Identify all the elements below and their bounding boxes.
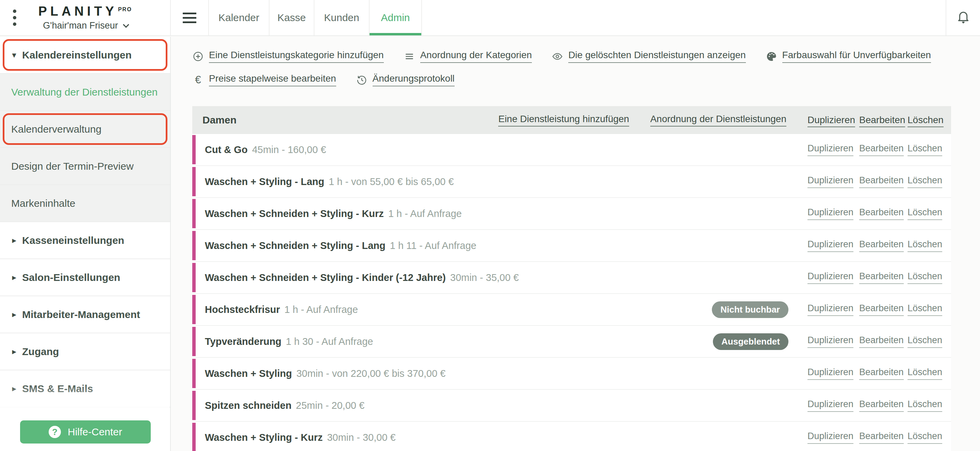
service-name: Waschen + Styling: [205, 368, 292, 379]
tab-kalender[interactable]: Kalender: [209, 0, 269, 35]
preise-stapelweise-bearbeiten-link[interactable]: €Preise stapelweise bearbeiten: [192, 73, 336, 86]
edit-row-link[interactable]: Bearbeiten: [859, 271, 904, 284]
duplicate-row-link[interactable]: Duplizieren: [808, 399, 853, 412]
eine-dienstleistungskategorie-hinzufügen-link[interactable]: Eine Dienstleistungskategorie hinzufügen: [192, 50, 384, 63]
sidebar-item-salon-einstellungen[interactable]: ▸Salon-Einstellungen: [0, 259, 170, 296]
tab-kasse[interactable]: Kasse: [269, 0, 314, 35]
duplicate-row-link[interactable]: Duplizieren: [808, 335, 853, 348]
delete-column-link[interactable]: Löschen: [907, 114, 943, 127]
delete-row-link[interactable]: Löschen: [907, 367, 942, 380]
delete-cell: Löschen: [907, 207, 947, 220]
die-gelöschten-dienstleistungen-anzeigen-link[interactable]: Die gelöschten Dienstleistungen anzeigen: [552, 50, 746, 63]
farbauswahl-für-unverfügbarkeiten-link[interactable]: Farbauswahl für Unverfügbarkeiten: [765, 50, 931, 63]
tab-kunden[interactable]: Kunden: [314, 0, 369, 35]
service-name: Waschen + Schneiden + Styling - Kinder (…: [205, 272, 446, 283]
service-name: Hochsteckfrisur: [205, 304, 280, 315]
table-row: Cut & Go45min - 160,00 €DuplizierenBearb…: [192, 134, 951, 166]
delete-row-link[interactable]: Löschen: [907, 239, 942, 252]
sidebar-item-label: Mitarbeiter-Management: [22, 309, 140, 321]
toolbar-link-label: Die gelöschten Dienstleistungen anzeigen: [568, 50, 746, 63]
edit-cell: Bearbeiten: [859, 175, 907, 188]
salon-switcher[interactable]: G'hair'man Friseur: [38, 21, 132, 31]
service-name: Waschen + Styling - Kurz: [205, 432, 323, 443]
sidebar-item-kasseneinstellungen[interactable]: ▸Kasseneinstellungen: [0, 222, 170, 259]
service-duration-price: 25min - 20,00 €: [296, 400, 365, 411]
edit-row-link[interactable]: Bearbeiten: [859, 175, 904, 188]
duplicate-row-link[interactable]: Duplizieren: [808, 431, 853, 444]
sidebar-item-verwaltung-der-dienstleistungen[interactable]: Verwaltung der Dienstleistungen: [0, 74, 170, 111]
row-actions: DuplizierenBearbeitenLöschen: [808, 399, 947, 412]
edit-column-link[interactable]: Bearbeiten: [859, 114, 905, 127]
category-color-bar: [192, 359, 196, 388]
sidebar-item-markeninhalte[interactable]: Markeninhalte: [0, 185, 170, 222]
delete-row-link[interactable]: Löschen: [907, 175, 942, 188]
duplicate-row-link[interactable]: Duplizieren: [808, 367, 853, 380]
toolbar-link-label: Eine Dienstleistungskategorie hinzufügen: [209, 50, 384, 63]
edit-row-link[interactable]: Bearbeiten: [859, 431, 904, 444]
duplicate-row-link[interactable]: Duplizieren: [808, 207, 853, 220]
delete-cell: Löschen: [907, 367, 947, 380]
sidebar-item-label: Kalenderverwaltung: [11, 124, 102, 135]
delete-row-link[interactable]: Löschen: [907, 143, 942, 156]
sidebar-item-kalenderverwaltung[interactable]: Kalenderverwaltung: [0, 111, 170, 148]
table-row: Waschen + Styling30min - von 220,00 € bi…: [192, 358, 951, 390]
edit-row-link[interactable]: Bearbeiten: [859, 399, 904, 412]
duplicate-row-link[interactable]: Duplizieren: [808, 239, 853, 252]
delete-row-link[interactable]: Löschen: [907, 335, 942, 348]
category-color-bar: [192, 167, 196, 196]
edit-row-link[interactable]: Bearbeiten: [859, 367, 904, 380]
delete-row-link[interactable]: Löschen: [907, 303, 942, 316]
sidebar-item-mitarbeiter-management[interactable]: ▸Mitarbeiter-Management: [0, 296, 170, 333]
sidebar-item-zugang[interactable]: ▸Zugang: [0, 333, 170, 370]
duplicate-column-link[interactable]: Duplizieren: [808, 114, 855, 127]
table-header-links: Eine Dienstleistung hinzufügen Anordnung…: [498, 114, 947, 127]
edit-row-link[interactable]: Bearbeiten: [859, 239, 904, 252]
service-duration-price: 1 h - Auf Anfrage: [388, 208, 462, 219]
help-center-button[interactable]: ? Hilfe-Center: [20, 421, 151, 443]
tab-label: Kalender: [218, 12, 259, 24]
toolbar-link-label: Farbauswahl für Unverfügbarkeiten: [782, 50, 931, 63]
tab-admin[interactable]: Admin: [369, 0, 422, 35]
plus-circle-icon: [192, 51, 204, 62]
brand-pro-tag: PRO: [118, 6, 132, 12]
delete-row-link[interactable]: Löschen: [907, 207, 942, 220]
duplicate-row-link[interactable]: Duplizieren: [808, 303, 853, 316]
topbar: PLANITYPRO G'hair'man Friseur KalenderKa…: [0, 0, 980, 36]
brand-name: PLANITYPRO: [38, 5, 132, 19]
euro-icon: €: [192, 74, 204, 86]
edit-cell: Bearbeiten: [859, 367, 907, 380]
table-row: Waschen + Schneiden + Styling - Kinder (…: [192, 262, 951, 294]
row-actions: DuplizierenBearbeitenLöschen: [808, 367, 947, 380]
order-services-link[interactable]: Anordnung der Dienstleistungen: [650, 114, 786, 127]
toolbar: Eine Dienstleistungskategorie hinzufügen…: [172, 37, 980, 86]
edit-row-link[interactable]: Bearbeiten: [859, 303, 904, 316]
service-name: Waschen + Schneiden + Styling - Kurz: [205, 208, 384, 219]
sidebar-item-label: Kalendereinstellungen: [22, 49, 132, 61]
delete-row-link[interactable]: Löschen: [907, 431, 942, 444]
add-service-link[interactable]: Eine Dienstleistung hinzufügen: [498, 114, 629, 127]
duplicate-row-link[interactable]: Duplizieren: [808, 175, 853, 188]
toolbar-link-label: Preise stapelweise bearbeiten: [209, 73, 336, 86]
edit-row-link[interactable]: Bearbeiten: [859, 335, 904, 348]
anordnung-der-kategorien-link[interactable]: Anordnung der Kategorien: [404, 50, 532, 63]
palette-icon: [765, 51, 777, 62]
category-color-bar: [192, 263, 196, 292]
edit-row-link[interactable]: Bearbeiten: [859, 207, 904, 220]
notifications-button[interactable]: [946, 0, 980, 35]
duplicate-row-link[interactable]: Duplizieren: [808, 143, 853, 156]
table-row: Hochsteckfrisur1 h - Auf AnfrageNicht bu…: [192, 294, 951, 326]
edit-row-link[interactable]: Bearbeiten: [859, 143, 904, 156]
duplicate-cell: Duplizieren: [808, 175, 859, 188]
sidebar-item-design-der-termin-preview[interactable]: Design der Termin-Preview: [0, 148, 170, 185]
sidebar-item-label: Zugang: [22, 346, 59, 357]
sidebar-item-kalendereinstellungen[interactable]: ▾Kalendereinstellungen: [0, 37, 170, 74]
kebab-menu-icon[interactable]: [13, 10, 16, 26]
duplicate-cell: Duplizieren: [808, 367, 859, 380]
service-name: Spitzen schneiden: [205, 400, 292, 411]
delete-row-link[interactable]: Löschen: [907, 399, 942, 412]
delete-row-link[interactable]: Löschen: [907, 271, 942, 284]
category-color-bar: [192, 391, 196, 420]
duplicate-row-link[interactable]: Duplizieren: [808, 271, 853, 284]
änderungsprotokoll-link[interactable]: Änderungsprotokoll: [356, 73, 455, 86]
hamburger-menu-button[interactable]: [171, 0, 209, 35]
